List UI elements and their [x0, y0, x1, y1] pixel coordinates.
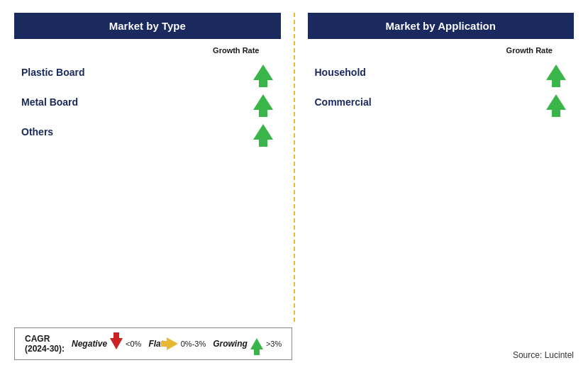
- arrow-right-orange-icon: [167, 337, 178, 350]
- cagr-label: CAGR: [25, 334, 65, 344]
- growing-range: >3%: [266, 340, 282, 348]
- left-panel-title-text: Market by Type: [109, 20, 186, 32]
- right-growth-rate-label: Growth Rate: [308, 46, 575, 55]
- arrow-down-red-icon: [110, 338, 123, 349]
- flat-range: 0%-3%: [181, 340, 206, 348]
- arrow-up-green-icon: [546, 65, 566, 80]
- arrow-up-green-icon: [253, 124, 273, 140]
- legend-box: CAGR (2024-30): Negative <0% Flat 0%-3% …: [14, 327, 292, 360]
- metal-board-arrow-container: [245, 94, 281, 110]
- list-item: Plastic Board: [14, 57, 281, 87]
- list-item: Others: [14, 117, 281, 147]
- household-arrow-container: [538, 65, 574, 80]
- legend-flat-item: Flat 0%-3%: [148, 337, 206, 350]
- left-panel-header: Market by Type: [14, 13, 281, 39]
- household-label: Household: [315, 67, 539, 78]
- commercial-label: Commercial: [315, 96, 539, 108]
- right-panel: Market by Application Growth Rate Househ…: [308, 13, 575, 322]
- commercial-arrow-container: [538, 94, 574, 110]
- cagr-label-block: CAGR (2024-30):: [25, 334, 65, 354]
- plastic-board-arrow-container: [245, 65, 281, 80]
- negative-range: <0%: [126, 340, 141, 348]
- growing-label: Growing: [213, 339, 248, 349]
- bottom-row: CAGR (2024-30): Negative <0% Flat 0%-3% …: [14, 327, 574, 360]
- arrow-up-green-sm-icon: [250, 338, 263, 349]
- right-panel-title-text: Market by Application: [386, 20, 496, 32]
- others-label: Others: [21, 126, 245, 138]
- metal-board-label: Metal Board: [21, 96, 245, 108]
- list-item: Commercial: [308, 87, 575, 117]
- left-panel: Market by Type Growth Rate Plastic Board…: [14, 13, 281, 322]
- plastic-board-label: Plastic Board: [21, 67, 245, 78]
- source-text: Source: Lucintel: [513, 350, 574, 360]
- cagr-years: (2024-30):: [25, 344, 65, 354]
- list-item: Household: [308, 57, 575, 87]
- arrow-up-green-icon: [546, 94, 566, 110]
- dashed-divider: [294, 13, 295, 322]
- list-item: Metal Board: [14, 87, 281, 117]
- panels-area: Market by Type Growth Rate Plastic Board…: [14, 13, 574, 322]
- others-arrow-container: [245, 124, 281, 140]
- main-container: Market by Type Growth Rate Plastic Board…: [0, 0, 588, 370]
- arrow-up-green-icon: [253, 94, 273, 110]
- negative-label: Negative: [72, 339, 107, 349]
- legend-negative-item: Negative <0%: [72, 338, 141, 349]
- right-panel-header: Market by Application: [308, 13, 575, 39]
- left-growth-rate-label: Growth Rate: [14, 46, 281, 55]
- legend-growing-item: Growing >3%: [213, 338, 282, 349]
- arrow-up-green-icon: [253, 65, 273, 80]
